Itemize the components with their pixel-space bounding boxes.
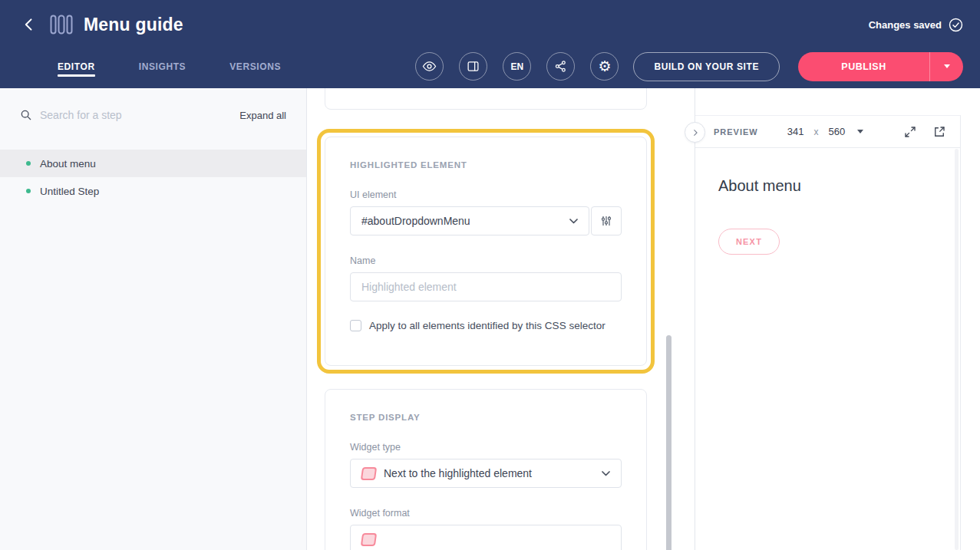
step-bullet-icon [26,161,31,166]
gear-icon: ⚙ [598,59,611,74]
size-separator: x [813,127,818,137]
header-toolbar-row: EDITOR INSIGHTS VERSIONS EN [0,49,980,88]
ui-element-select-value: #aboutDropdownMenu [361,215,562,227]
back-button[interactable] [18,14,40,35]
preview-next-button[interactable]: NEXT [718,229,780,255]
ui-element-select[interactable]: #aboutDropdownMenu [350,206,589,235]
widget-format-label: Widget format [350,508,622,519]
changes-saved-label: Changes saved [869,19,942,31]
tab-editor-label: EDITOR [58,61,95,72]
preview-title: PREVIEW [714,127,758,137]
tab-insights[interactable]: INSIGHTS [139,49,186,84]
saved-check-icon [949,18,963,32]
element-name-label: Name [350,255,622,266]
app-window: Menu guide Changes saved EDITOR INSIGHTS… [0,0,980,550]
step-bullet-icon [26,189,31,193]
step-editor-column: HIGHLIGHTED ELEMENT UI element #aboutDro… [307,88,695,550]
preview-panel: PREVIEW 341 x 560 [695,88,980,550]
widget-type-icon [361,467,377,480]
expand-all-link[interactable]: Expand all [239,110,286,121]
preview-viewport: About menu NEXT [695,148,960,255]
widget-format-select[interactable] [350,525,622,550]
sliders-icon [600,215,612,227]
expand-icon [903,125,917,139]
step-label: About menu [40,158,96,170]
widget-format-icon [361,533,377,546]
chevron-down-icon [569,219,578,224]
step-label: Untitled Step [40,186,99,197]
preview-width-value[interactable]: 341 [787,126,804,137]
tab-versions[interactable]: VERSIONS [229,49,281,84]
changes-saved-status: Changes saved [869,18,963,32]
chevron-right-icon [691,129,699,137]
chevron-down-icon [857,130,863,133]
preview-eye-button[interactable] [415,52,444,81]
highlighted-element-card: HIGHLIGHTED ELEMENT UI element #aboutDro… [325,137,647,366]
step-display-card: STEP DISPLAY Widget type Next to the hig… [325,389,647,550]
editor-tabs: EDITOR INSIGHTS VERSIONS [58,49,281,84]
collapse-preview-button[interactable] [685,122,705,143]
build-on-your-site-button[interactable]: BUILD ON YOUR SITE [633,52,780,81]
guide-title: Menu guide [84,15,183,35]
publish-dropdown-button[interactable] [930,52,963,81]
apply-all-row: Apply to all elements identified by this… [350,320,622,331]
preview-size-control[interactable]: 341 x 560 [787,126,863,137]
apply-all-checkbox[interactable] [350,320,361,331]
tab-versions-label: VERSIONS [229,61,281,72]
step-item-untitled-step[interactable]: Untitled Step [0,177,306,205]
layout-panel-icon [467,60,480,73]
expand-preview-button[interactable] [902,124,919,140]
chevron-left-icon [21,17,37,32]
tab-insights-label: INSIGHTS [139,61,186,72]
settings-card-partial [325,88,647,110]
eye-icon [422,59,437,74]
language-button[interactable]: EN [503,52,531,81]
step-list: About menu Untitled Step [0,150,306,205]
step-search-row: Expand all [0,88,306,142]
section-title-step-display: STEP DISPLAY [350,413,622,422]
layout-panel-button[interactable] [459,52,487,81]
preview-scrollbar[interactable] [955,149,959,550]
preview-height-value[interactable]: 560 [828,126,845,137]
header-icon-buttons: EN ⚙ [415,49,619,84]
ui-element-label: UI element [350,189,622,200]
open-external-button[interactable] [931,124,948,140]
publish-split-button: PUBLISH [798,52,963,81]
share-button[interactable] [546,52,575,81]
ui-element-select-row: #aboutDropdownMenu [350,206,622,235]
chevron-down-icon [602,471,610,476]
publish-button[interactable]: PUBLISH [798,52,930,81]
step-search-input[interactable] [40,109,232,121]
app-logo-icon [50,15,73,35]
apply-all-label: Apply to all elements identified by this… [369,320,605,331]
widget-type-label: Widget type [350,442,622,453]
highlighted-card-ring: HIGHLIGHTED ELEMENT UI element #aboutDro… [317,129,655,374]
preview-box: PREVIEW 341 x 560 [695,115,961,550]
chevron-down-icon [944,64,950,68]
external-link-icon [932,125,946,139]
steps-sidebar: Expand all About menu Untitled Step [0,88,307,550]
header-title-row: Menu guide Changes saved [0,0,980,49]
scrollbar-thumb[interactable] [666,335,671,550]
element-name-input[interactable] [350,272,622,301]
widget-type-select[interactable]: Next to the highlighted element [350,459,622,488]
settings-gear-button[interactable]: ⚙ [590,52,619,81]
preview-heading: About menu [718,177,960,195]
share-icon [554,60,567,73]
tab-editor[interactable]: EDITOR [58,49,95,84]
preview-header: PREVIEW 341 x 560 [695,116,960,148]
element-selector-settings-button[interactable] [591,206,622,235]
editor-scrollbar[interactable] [666,88,671,550]
widget-type-select-value: Next to the highlighted element [384,467,594,479]
page-body: Expand all About menu Untitled Step HIGH… [0,88,980,550]
top-header: Menu guide Changes saved EDITOR INSIGHTS… [0,0,980,88]
step-item-about-menu[interactable]: About menu [0,150,306,177]
search-icon [20,109,32,121]
preview-actions [902,124,948,140]
section-title-highlighted-element: HIGHLIGHTED ELEMENT [350,160,622,170]
